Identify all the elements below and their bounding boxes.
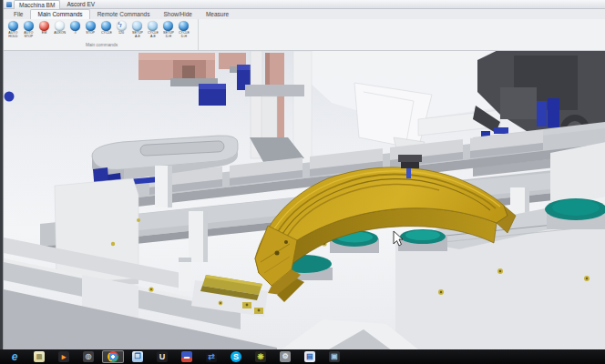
taskbar-icon-camera-tool[interactable]: ◎: [77, 350, 99, 363]
ribbon-group-label: Main commands: [25, 43, 179, 48]
button-cycle-dh[interactable]: CYCLED-H: [176, 20, 191, 43]
round-led-icon: [55, 21, 65, 31]
button-auto-stop[interactable]: AUTOSTOP: [21, 20, 36, 43]
ribbon-buttons: AUTOHOLD AUTOSTOP EM AUXON // STOP CYCLE…: [5, 20, 198, 43]
round-led-icon: [70, 21, 80, 31]
taskbar-icon-internet-explorer[interactable]: e: [4, 350, 26, 363]
round-led-icon: [101, 21, 111, 31]
skype-icon: S: [231, 351, 241, 362]
sticky-notes-icon: ▤: [34, 351, 45, 362]
button-cycle-ae[interactable]: CYCLEA-E: [145, 20, 160, 43]
yellow-utility-icon: ❋: [255, 351, 266, 362]
camera-icon: ◎: [83, 351, 94, 362]
round-led-icon: [179, 21, 189, 31]
button-setup-ae[interactable]: SETUPA-E: [129, 20, 145, 43]
screen: Macchina BM Ascord EV File Main Commands…: [0, 0, 605, 364]
app-icon: [6, 2, 12, 7]
round-led-icon: [24, 21, 34, 31]
taskbar-icon-skype[interactable]: S: [225, 350, 247, 363]
round-led-icon: [132, 21, 142, 31]
taskbar-icon-media-player[interactable]: ▸: [53, 350, 75, 363]
taskbar-icon-yellow-utility[interactable]: ❋: [250, 350, 272, 363]
blue-document-icon: ▤: [304, 351, 315, 362]
internet-explorer-icon: e: [9, 351, 20, 362]
button-stop[interactable]: STOP: [83, 20, 98, 43]
round-led-icon: [163, 21, 173, 31]
ribbon: File Main Commands Remote Commands Show/…: [4, 9, 605, 51]
taskbar-icon-dark-u-app[interactable]: U: [151, 350, 173, 363]
taskbar-icon-blue-document-app[interactable]: ▤: [299, 350, 321, 363]
button-auto-hold[interactable]: AUTOHOLD: [5, 20, 21, 43]
title-tab-macchina[interactable]: Macchina BM: [14, 0, 60, 9]
button-em[interactable]: EM: [36, 20, 52, 43]
u-app-icon: U: [157, 351, 168, 362]
title-tab-ascord[interactable]: Ascord EV: [62, 0, 99, 8]
media-player-icon: ▸: [58, 351, 69, 362]
machine-hmi-window: Macchina BM Ascord EV File Main Commands…: [3, 0, 605, 349]
tab-remote-commands[interactable]: Remote Commands: [91, 10, 157, 19]
floppy-icon: ▬: [181, 351, 192, 362]
ribbon-group-main-commands: AUTOHOLD AUTOSTOP EM AUXON // STOP CYCLE…: [4, 19, 199, 50]
taskbar-icon-sticky-notes[interactable]: ▤: [28, 350, 50, 363]
taskbar-icon-remote-desktop[interactable]: ⇄: [200, 350, 222, 363]
machine-3d-scene: [4, 51, 605, 349]
round-led-icon: [148, 21, 158, 31]
button-slash[interactable]: //: [67, 20, 83, 43]
taskbar-icon-gray-utility[interactable]: ⚙: [274, 350, 296, 363]
button-setup-dh[interactable]: SETUPD-H: [160, 20, 176, 43]
image-viewer-icon: ▣: [329, 351, 340, 362]
gray-utility-icon: ⚙: [280, 351, 291, 362]
round-led-icon: ϟ: [117, 21, 127, 31]
taskbar: e ▤ ▸ ◎ ❐ U ▬ ⇄ S ❋ ⚙ ▤ ▣: [0, 349, 605, 364]
titlebar: Macchina BM Ascord EV: [4, 0, 605, 9]
taskbar-icon-chrome-active[interactable]: [102, 350, 124, 363]
button-120[interactable]: ϟ120: [114, 20, 129, 43]
taskbar-icon-file-explorer[interactable]: ❐: [127, 350, 149, 363]
ribbon-tabs: File Main Commands Remote Commands Show/…: [4, 9, 605, 19]
left-edge-blue-part: [5, 92, 15, 102]
machine-simulation-viewport[interactable]: [4, 51, 605, 349]
tab-measure[interactable]: Measure: [200, 10, 235, 19]
tab-main-commands[interactable]: Main Commands: [30, 9, 89, 19]
round-led-icon: [39, 21, 49, 31]
file-explorer-icon: ❐: [132, 351, 143, 362]
round-led-icon: [8, 21, 18, 31]
button-auxon[interactable]: AUXON: [52, 20, 67, 43]
taskbar-icon-image-viewer[interactable]: ▣: [323, 350, 345, 363]
remote-desktop-icon: ⇄: [206, 351, 217, 362]
round-led-icon: [86, 21, 96, 31]
lightning-icon: ϟ: [118, 20, 122, 29]
taskbar-icon-save-floppy-app[interactable]: ▬: [176, 350, 198, 363]
chrome-icon: [108, 351, 118, 362]
tab-file[interactable]: File: [7, 10, 29, 19]
tab-show-hide[interactable]: Show/Hide: [157, 10, 198, 19]
magazine-blue-slide: [537, 101, 547, 126]
button-cycle[interactable]: CYCLE: [98, 20, 114, 43]
cutting-tool: [406, 168, 411, 178]
